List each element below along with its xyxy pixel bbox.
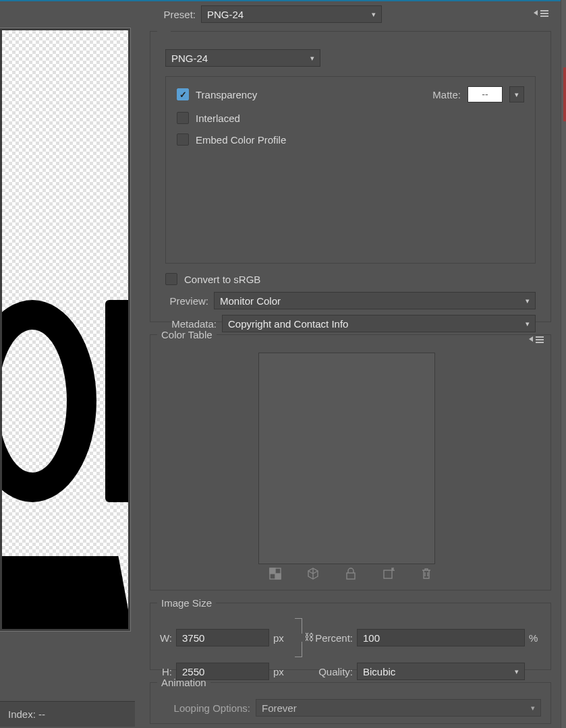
interlaced-checkbox[interactable] xyxy=(177,112,189,124)
matte-swatch[interactable]: -- xyxy=(468,86,503,102)
height-unit: px xyxy=(273,666,288,677)
quality-label: Quality: xyxy=(310,666,353,677)
transparency-label: Transparency xyxy=(196,89,257,100)
index-label: Index: -- xyxy=(8,708,45,720)
metadata-value: Copyright and Contact Info xyxy=(228,318,348,330)
svg-rect-2 xyxy=(275,574,281,579)
quality-value: Bicubic xyxy=(363,666,395,677)
percent-label: Percent: xyxy=(310,632,353,644)
matte-dropdown[interactable]: ▾ xyxy=(509,86,524,102)
matte-label: Matte: xyxy=(432,89,461,100)
transparency-checkbox[interactable] xyxy=(177,88,189,100)
svg-rect-1 xyxy=(270,568,275,574)
image-size-fieldset: Image Size W: px ⛓ Percent: % H: px Qual… xyxy=(150,597,551,670)
embed-profile-checkbox[interactable] xyxy=(177,133,189,146)
embed-profile-label: Embed Color Profile xyxy=(196,134,286,146)
animation-fieldset: Animation Looping Options: Forever ▾ xyxy=(150,677,551,724)
convert-srgb-checkbox[interactable] xyxy=(165,273,177,285)
height-label: H: xyxy=(156,666,172,677)
looping-select[interactable]: Forever ▾ xyxy=(256,699,541,717)
preset-value: PNG-24 xyxy=(207,9,244,20)
preset-label: Preset: xyxy=(155,9,196,20)
checker-icon[interactable] xyxy=(268,567,282,580)
format-value: PNG-24 xyxy=(171,53,208,64)
width-unit: px xyxy=(273,632,288,644)
color-table-menu-icon[interactable] xyxy=(529,336,544,344)
image-preview xyxy=(0,28,130,631)
link-dimensions-icon[interactable]: ⛓ xyxy=(295,618,303,657)
looping-label: Looping Options: xyxy=(156,702,250,714)
artwork-preview xyxy=(2,30,128,629)
cube-icon[interactable] xyxy=(306,567,320,580)
chevron-down-icon: ▾ xyxy=(372,10,376,19)
format-options-box: Transparency Matte: -- ▾ Interlaced Embe… xyxy=(165,76,536,264)
interlaced-label: Interlaced xyxy=(196,113,240,124)
chevron-down-icon: ▾ xyxy=(515,667,519,676)
convert-srgb-label: Convert to sRGB xyxy=(184,274,260,285)
looping-value: Forever xyxy=(262,702,297,714)
chevron-down-icon: ▾ xyxy=(310,54,314,63)
metadata-label: Metadata: xyxy=(165,318,217,330)
preview-label: Preview: xyxy=(165,295,208,307)
percent-input[interactable] xyxy=(357,629,525,646)
preview-select[interactable]: Monitor Color ▾ xyxy=(214,292,536,309)
percent-unit: % xyxy=(529,632,541,644)
index-status: Index: -- xyxy=(0,701,135,727)
chevron-down-icon: ▾ xyxy=(526,297,530,305)
width-label: W: xyxy=(156,632,172,644)
format-select[interactable]: PNG-24 ▾ xyxy=(165,49,320,67)
lock-icon[interactable] xyxy=(344,567,358,580)
chevron-down-icon: ▾ xyxy=(531,704,535,712)
color-table-legend: Color Table xyxy=(157,329,217,340)
color-table-well[interactable] xyxy=(258,353,435,564)
color-table-fieldset: Color Table xyxy=(150,329,551,590)
svg-rect-3 xyxy=(347,573,355,579)
new-swatch-icon[interactable] xyxy=(382,567,395,580)
trash-icon[interactable] xyxy=(420,567,433,580)
image-size-legend: Image Size xyxy=(157,597,216,609)
svg-rect-4 xyxy=(384,570,392,578)
preview-value: Monitor Color xyxy=(220,295,281,307)
chevron-down-icon: ▾ xyxy=(515,90,519,99)
animation-legend: Animation xyxy=(157,677,210,688)
width-input[interactable] xyxy=(176,629,269,646)
preset-select[interactable]: PNG-24 ▾ xyxy=(201,5,382,23)
chevron-down-icon: ▾ xyxy=(526,320,530,328)
preset-menu-icon[interactable] xyxy=(534,10,548,18)
preset-fieldset: x PNG-24 ▾ Transparency Matte: -- ▾ xyxy=(150,26,551,322)
